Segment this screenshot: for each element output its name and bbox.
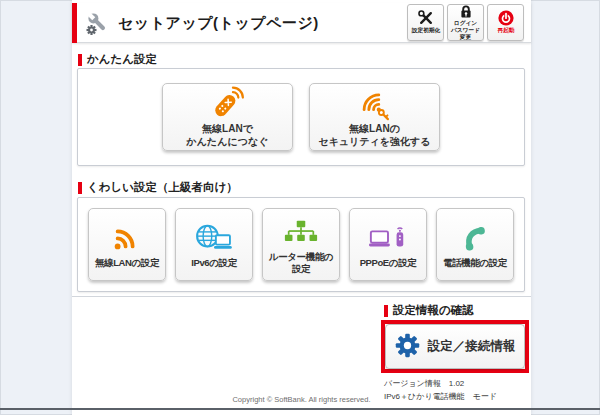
info-section-title-text: 設定情報の確認 <box>393 303 474 318</box>
power-icon <box>498 10 514 26</box>
login-password-label: ログイン パスワード変更 <box>450 21 481 41</box>
header: セットアップ(トップページ) 設定初期化 <box>72 3 531 43</box>
content-panel: セットアップ(トップページ) 設定初期化 <box>72 0 531 415</box>
restart-button[interactable]: 再起動 <box>487 4 524 41</box>
settings-connection-info-label: 設定／接続情報 <box>428 338 516 355</box>
wlan-security-button[interactable]: 無線LANの セキュリティを強化する <box>309 83 440 151</box>
phone-settings-label: 電話機能の設定 <box>443 257 507 268</box>
pppoe-settings-label: PPPoEの設定 <box>360 257 417 268</box>
reset-settings-button[interactable]: 設定初期化 <box>407 4 444 41</box>
wifi-key-icon <box>354 86 396 120</box>
header-buttons: 設定初期化 ログイン パスワード変更 <box>407 4 524 41</box>
login-password-button[interactable]: ログイン パスワード変更 <box>447 4 484 41</box>
section-accent-bar <box>78 182 82 194</box>
reset-settings-label: 設定初期化 <box>411 28 440 35</box>
version-line: バージョン情報 1.02 <box>384 378 497 391</box>
wlan-settings-label: 無線LANの設定 <box>95 257 159 268</box>
ipv6-settings-button[interactable]: IPv6の設定 <box>175 208 253 281</box>
highlight-frame: 設定／接続情報 <box>381 320 529 373</box>
pppoe-settings-button[interactable]: PPPoEの設定 <box>349 208 427 281</box>
page: セットアップ(トップページ) 設定初期化 <box>0 0 600 415</box>
section-divider <box>72 296 531 297</box>
wlan-security-label: 無線LANの セキュリティを強化する <box>318 123 430 148</box>
header-accent-bar <box>72 3 77 43</box>
restart-label: 再起動 <box>497 28 514 35</box>
network-tree-icon <box>283 215 319 249</box>
phone-icon <box>459 221 491 255</box>
info-section-title: 設定情報の確認 <box>384 303 474 318</box>
router-settings-button[interactable]: ルーター機能の 設定 <box>262 208 340 281</box>
easy-settings-box: 無線LANで かんたんにつなぐ <box>77 68 525 166</box>
advanced-settings-title: くわしい設定（上級者向け） <box>78 180 238 195</box>
lock-icon <box>458 3 474 19</box>
easy-settings-title: かんたん設定 <box>78 52 157 67</box>
setup-wrench-gear-icon <box>85 10 111 36</box>
wlan-easy-connect-label: 無線LANで かんたんにつなぐ <box>187 123 269 148</box>
phone-settings-button[interactable]: 電話機能の設定 <box>436 208 514 281</box>
wlan-easy-connect-button[interactable]: 無線LANで かんたんにつなぐ <box>162 83 293 151</box>
bottom-frame-line <box>0 408 600 410</box>
gear-icon <box>395 333 420 361</box>
tools-icon <box>418 10 434 26</box>
page-title: セットアップ(トップページ) <box>118 3 319 43</box>
wlan-settings-button[interactable]: 無線LANの設定 <box>88 208 166 281</box>
copyright: Copyright © SoftBank. All rights reserve… <box>72 395 531 404</box>
remote-wps-icon <box>207 86 249 120</box>
advanced-settings-box: 無線LANの設定 <box>77 197 525 292</box>
section-accent-bar <box>78 54 82 66</box>
advanced-settings-title-text: くわしい設定（上級者向け） <box>87 180 238 195</box>
section-accent-bar <box>384 305 388 317</box>
ipv6-settings-label: IPv6の設定 <box>191 257 236 268</box>
router-settings-label: ルーター機能の 設定 <box>269 251 333 274</box>
globe-laptop-icon <box>194 221 234 255</box>
laptop-router-icon <box>368 221 408 255</box>
wifi-icon <box>110 221 144 255</box>
easy-settings-title-text: かんたん設定 <box>87 52 157 67</box>
settings-connection-info-button[interactable]: 設定／接続情報 <box>385 324 525 369</box>
